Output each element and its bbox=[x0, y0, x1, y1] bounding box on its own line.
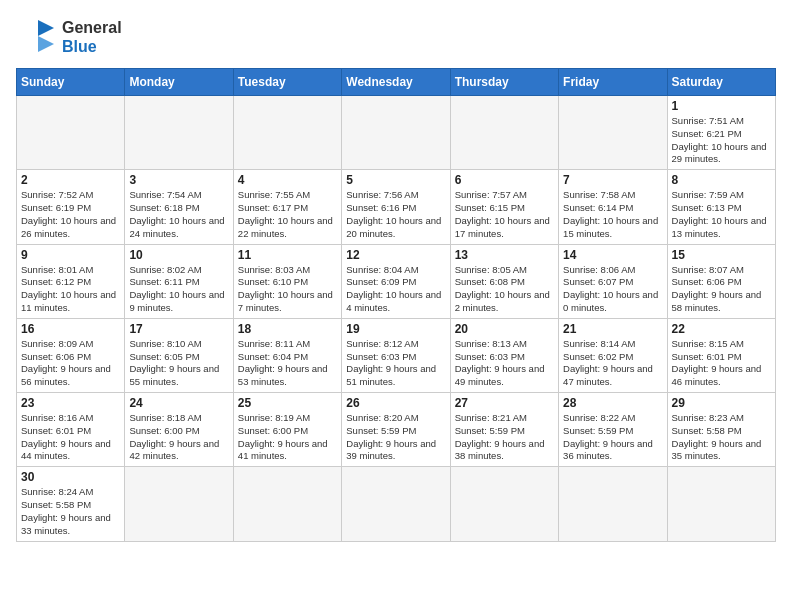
calendar-cell: 1Sunrise: 7:51 AM Sunset: 6:21 PM Daylig… bbox=[667, 96, 775, 170]
logo-blue: Blue bbox=[62, 37, 122, 56]
day-number: 16 bbox=[21, 322, 120, 336]
weekday-header-saturday: Saturday bbox=[667, 69, 775, 96]
calendar-cell: 17Sunrise: 8:10 AM Sunset: 6:05 PM Dayli… bbox=[125, 318, 233, 392]
calendar-cell: 2Sunrise: 7:52 AM Sunset: 6:19 PM Daylig… bbox=[17, 170, 125, 244]
day-info: Sunrise: 8:05 AM Sunset: 6:08 PM Dayligh… bbox=[455, 264, 554, 315]
calendar-cell: 4Sunrise: 7:55 AM Sunset: 6:17 PM Daylig… bbox=[233, 170, 341, 244]
calendar-body: 1Sunrise: 7:51 AM Sunset: 6:21 PM Daylig… bbox=[17, 96, 776, 542]
day-info: Sunrise: 7:51 AM Sunset: 6:21 PM Dayligh… bbox=[672, 115, 771, 166]
calendar-cell: 20Sunrise: 8:13 AM Sunset: 6:03 PM Dayli… bbox=[450, 318, 558, 392]
day-number: 5 bbox=[346, 173, 445, 187]
calendar-week-5: 30Sunrise: 8:24 AM Sunset: 5:58 PM Dayli… bbox=[17, 467, 776, 541]
day-info: Sunrise: 7:58 AM Sunset: 6:14 PM Dayligh… bbox=[563, 189, 662, 240]
day-info: Sunrise: 8:14 AM Sunset: 6:02 PM Dayligh… bbox=[563, 338, 662, 389]
header: GeneralBlue bbox=[16, 16, 776, 58]
day-number: 28 bbox=[563, 396, 662, 410]
day-number: 29 bbox=[672, 396, 771, 410]
day-number: 17 bbox=[129, 322, 228, 336]
day-info: Sunrise: 7:52 AM Sunset: 6:19 PM Dayligh… bbox=[21, 189, 120, 240]
day-number: 24 bbox=[129, 396, 228, 410]
day-number: 26 bbox=[346, 396, 445, 410]
day-info: Sunrise: 8:18 AM Sunset: 6:00 PM Dayligh… bbox=[129, 412, 228, 463]
day-info: Sunrise: 7:54 AM Sunset: 6:18 PM Dayligh… bbox=[129, 189, 228, 240]
calendar-cell: 5Sunrise: 7:56 AM Sunset: 6:16 PM Daylig… bbox=[342, 170, 450, 244]
calendar-cell: 24Sunrise: 8:18 AM Sunset: 6:00 PM Dayli… bbox=[125, 393, 233, 467]
calendar-cell: 9Sunrise: 8:01 AM Sunset: 6:12 PM Daylig… bbox=[17, 244, 125, 318]
weekday-row: SundayMondayTuesdayWednesdayThursdayFrid… bbox=[17, 69, 776, 96]
calendar-cell: 7Sunrise: 7:58 AM Sunset: 6:14 PM Daylig… bbox=[559, 170, 667, 244]
day-info: Sunrise: 8:16 AM Sunset: 6:01 PM Dayligh… bbox=[21, 412, 120, 463]
day-number: 18 bbox=[238, 322, 337, 336]
calendar-cell: 13Sunrise: 8:05 AM Sunset: 6:08 PM Dayli… bbox=[450, 244, 558, 318]
day-info: Sunrise: 8:03 AM Sunset: 6:10 PM Dayligh… bbox=[238, 264, 337, 315]
day-info: Sunrise: 8:23 AM Sunset: 5:58 PM Dayligh… bbox=[672, 412, 771, 463]
calendar-cell: 16Sunrise: 8:09 AM Sunset: 6:06 PM Dayli… bbox=[17, 318, 125, 392]
day-info: Sunrise: 8:01 AM Sunset: 6:12 PM Dayligh… bbox=[21, 264, 120, 315]
logo-general: General bbox=[62, 18, 122, 37]
day-number: 2 bbox=[21, 173, 120, 187]
calendar-cell: 12Sunrise: 8:04 AM Sunset: 6:09 PM Dayli… bbox=[342, 244, 450, 318]
weekday-header-friday: Friday bbox=[559, 69, 667, 96]
day-number: 9 bbox=[21, 248, 120, 262]
calendar-cell bbox=[667, 467, 775, 541]
calendar-cell bbox=[125, 467, 233, 541]
calendar-week-2: 9Sunrise: 8:01 AM Sunset: 6:12 PM Daylig… bbox=[17, 244, 776, 318]
day-info: Sunrise: 8:02 AM Sunset: 6:11 PM Dayligh… bbox=[129, 264, 228, 315]
calendar-week-3: 16Sunrise: 8:09 AM Sunset: 6:06 PM Dayli… bbox=[17, 318, 776, 392]
day-number: 20 bbox=[455, 322, 554, 336]
calendar-cell: 14Sunrise: 8:06 AM Sunset: 6:07 PM Dayli… bbox=[559, 244, 667, 318]
day-number: 6 bbox=[455, 173, 554, 187]
calendar-header: SundayMondayTuesdayWednesdayThursdayFrid… bbox=[17, 69, 776, 96]
calendar-cell: 8Sunrise: 7:59 AM Sunset: 6:13 PM Daylig… bbox=[667, 170, 775, 244]
page: GeneralBlue SundayMondayTuesdayWednesday… bbox=[0, 0, 792, 612]
weekday-header-sunday: Sunday bbox=[17, 69, 125, 96]
day-info: Sunrise: 7:59 AM Sunset: 6:13 PM Dayligh… bbox=[672, 189, 771, 240]
day-info: Sunrise: 8:04 AM Sunset: 6:09 PM Dayligh… bbox=[346, 264, 445, 315]
day-info: Sunrise: 8:21 AM Sunset: 5:59 PM Dayligh… bbox=[455, 412, 554, 463]
day-number: 25 bbox=[238, 396, 337, 410]
day-number: 14 bbox=[563, 248, 662, 262]
svg-marker-1 bbox=[38, 36, 54, 52]
day-info: Sunrise: 8:10 AM Sunset: 6:05 PM Dayligh… bbox=[129, 338, 228, 389]
day-info: Sunrise: 8:19 AM Sunset: 6:00 PM Dayligh… bbox=[238, 412, 337, 463]
day-number: 12 bbox=[346, 248, 445, 262]
day-info: Sunrise: 8:09 AM Sunset: 6:06 PM Dayligh… bbox=[21, 338, 120, 389]
calendar-cell: 25Sunrise: 8:19 AM Sunset: 6:00 PM Dayli… bbox=[233, 393, 341, 467]
calendar-cell bbox=[342, 96, 450, 170]
day-info: Sunrise: 7:57 AM Sunset: 6:15 PM Dayligh… bbox=[455, 189, 554, 240]
day-number: 22 bbox=[672, 322, 771, 336]
day-number: 19 bbox=[346, 322, 445, 336]
weekday-header-wednesday: Wednesday bbox=[342, 69, 450, 96]
calendar-table: SundayMondayTuesdayWednesdayThursdayFrid… bbox=[16, 68, 776, 542]
day-number: 23 bbox=[21, 396, 120, 410]
day-number: 30 bbox=[21, 470, 120, 484]
calendar-cell: 6Sunrise: 7:57 AM Sunset: 6:15 PM Daylig… bbox=[450, 170, 558, 244]
calendar-cell bbox=[450, 96, 558, 170]
calendar-cell: 22Sunrise: 8:15 AM Sunset: 6:01 PM Dayli… bbox=[667, 318, 775, 392]
calendar-cell: 29Sunrise: 8:23 AM Sunset: 5:58 PM Dayli… bbox=[667, 393, 775, 467]
calendar-cell bbox=[125, 96, 233, 170]
weekday-header-monday: Monday bbox=[125, 69, 233, 96]
day-number: 3 bbox=[129, 173, 228, 187]
day-number: 10 bbox=[129, 248, 228, 262]
calendar-cell bbox=[17, 96, 125, 170]
day-number: 4 bbox=[238, 173, 337, 187]
calendar-cell bbox=[559, 467, 667, 541]
calendar-cell bbox=[450, 467, 558, 541]
weekday-header-tuesday: Tuesday bbox=[233, 69, 341, 96]
logo: GeneralBlue bbox=[16, 16, 122, 58]
logo-icon bbox=[16, 16, 58, 58]
day-info: Sunrise: 8:07 AM Sunset: 6:06 PM Dayligh… bbox=[672, 264, 771, 315]
calendar-week-1: 2Sunrise: 7:52 AM Sunset: 6:19 PM Daylig… bbox=[17, 170, 776, 244]
day-number: 8 bbox=[672, 173, 771, 187]
calendar-cell: 27Sunrise: 8:21 AM Sunset: 5:59 PM Dayli… bbox=[450, 393, 558, 467]
calendar-week-4: 23Sunrise: 8:16 AM Sunset: 6:01 PM Dayli… bbox=[17, 393, 776, 467]
calendar-cell: 3Sunrise: 7:54 AM Sunset: 6:18 PM Daylig… bbox=[125, 170, 233, 244]
day-number: 15 bbox=[672, 248, 771, 262]
calendar-cell: 11Sunrise: 8:03 AM Sunset: 6:10 PM Dayli… bbox=[233, 244, 341, 318]
calendar-cell: 10Sunrise: 8:02 AM Sunset: 6:11 PM Dayli… bbox=[125, 244, 233, 318]
calendar-cell bbox=[342, 467, 450, 541]
calendar-cell: 19Sunrise: 8:12 AM Sunset: 6:03 PM Dayli… bbox=[342, 318, 450, 392]
day-info: Sunrise: 8:15 AM Sunset: 6:01 PM Dayligh… bbox=[672, 338, 771, 389]
svg-marker-0 bbox=[38, 20, 54, 36]
